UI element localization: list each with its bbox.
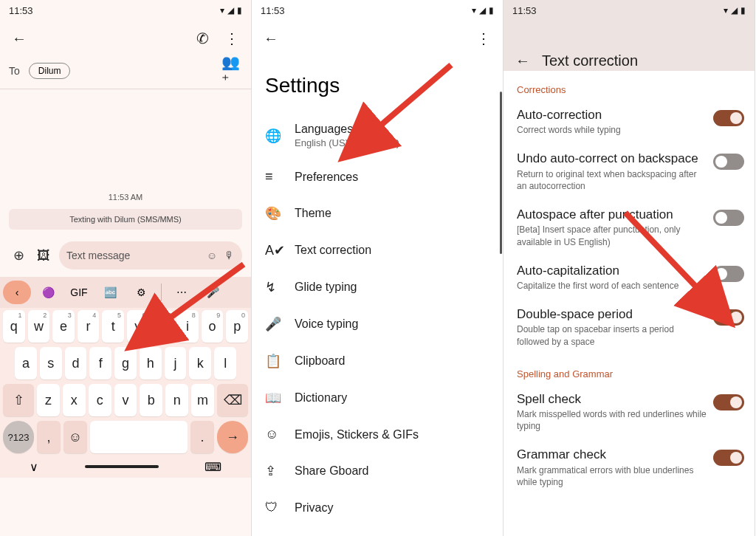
key-e[interactable]: e3: [52, 310, 75, 343]
tc-item-autospace-after-punctuation[interactable]: Autospace after punctuation [Beta] Inser…: [504, 199, 755, 255]
emoji-icon[interactable]: ☺: [207, 250, 217, 261]
key-x[interactable]: x: [63, 384, 86, 416]
settings-item-theme[interactable]: 🎨 Theme: [252, 195, 503, 232]
recipient-chip[interactable]: Dilum: [29, 63, 71, 79]
key-s[interactable]: s: [40, 347, 62, 379]
key-v[interactable]: v: [114, 384, 137, 416]
key-q[interactable]: q1: [3, 310, 25, 343]
message-input[interactable]: Text message ☺ 🎙: [59, 241, 242, 269]
mic-icon[interactable]: 🎙: [224, 250, 235, 261]
settings-item-label: Share Gboard: [295, 464, 369, 478]
key-o[interactable]: o9: [202, 310, 224, 343]
tc-item-desc: Mark misspelled words with red underline…: [517, 408, 707, 432]
toggle-switch[interactable]: [713, 266, 744, 282]
kb-mic-icon[interactable]: 🎤: [199, 281, 227, 304]
settings-item-share-gboard[interactable]: ⇪ Share Gboard: [252, 453, 503, 489]
settings-item-glide-typing[interactable]: ↯ Glide typing: [252, 269, 503, 306]
nav-collapse-icon[interactable]: ∨: [30, 460, 38, 474]
add-icon[interactable]: ⊕: [9, 246, 28, 265]
panel-settings: 11:53 ▾ ◢ ▮ ← ⋮ Settings 🌐 Languages Eng…: [252, 0, 504, 536]
key-backspace[interactable]: ⌫: [217, 384, 248, 416]
page-title: Text correction: [542, 52, 638, 69]
compose-header: ← ✆ ⋮: [0, 21, 251, 56]
key-m[interactable]: m: [191, 384, 214, 416]
back-icon[interactable]: ←: [512, 50, 533, 71]
back-icon[interactable]: ←: [9, 28, 30, 49]
key-i[interactable]: i8: [176, 310, 199, 343]
key-l[interactable]: l: [214, 347, 236, 379]
more-icon[interactable]: ⋮: [473, 28, 494, 49]
toggle-switch[interactable]: [713, 450, 744, 466]
kb-settings-icon[interactable]: ⚙: [127, 281, 155, 304]
toggle-switch[interactable]: [713, 154, 744, 170]
kb-chevron-left-icon[interactable]: ‹: [3, 281, 31, 304]
settings-item-dictionary[interactable]: 📖 Dictionary: [252, 379, 503, 416]
key-shift[interactable]: ⇧: [3, 384, 34, 416]
panel-text-correction: 11:53 ▾ ◢ ▮ ← Text correction Correction…: [504, 0, 755, 536]
key-space[interactable]: [90, 421, 188, 453]
gallery-icon[interactable]: 🖼: [34, 246, 53, 265]
key-a[interactable]: a: [15, 347, 37, 379]
key-g[interactable]: g: [114, 347, 137, 379]
settings-item-text-correction[interactable]: A✔ Text correction: [252, 232, 503, 269]
key-b[interactable]: b: [140, 384, 162, 416]
call-icon[interactable]: ✆: [192, 28, 213, 49]
key-enter[interactable]: →: [217, 421, 248, 453]
key-w[interactable]: w2: [28, 310, 50, 343]
tc-item-grammar-check[interactable]: Grammar check Mark grammatical errors wi…: [504, 439, 755, 495]
tc-item-undo-auto-correct-on-backspace[interactable]: Undo auto-correct on backspace Return to…: [504, 143, 755, 199]
key-u[interactable]: u7: [152, 310, 174, 343]
kb-more-icon[interactable]: ⋯: [168, 281, 196, 304]
add-person-icon[interactable]: 👥⁺: [221, 61, 242, 81]
key-t[interactable]: t5: [102, 310, 124, 343]
key-num-mode[interactable]: ?123: [3, 421, 34, 453]
kb-gif-button[interactable]: GIF: [65, 281, 93, 304]
key-f[interactable]: f: [89, 347, 111, 379]
key-r[interactable]: r4: [78, 310, 100, 343]
nav-keyboard-icon[interactable]: ⌨: [205, 460, 221, 474]
settings-item-icon: A✔: [265, 242, 281, 258]
tc-item-desc: Double tap on spacebar inserts a period …: [517, 323, 707, 347]
settings-item-label: Preferences: [295, 171, 358, 184]
tc-item-title: Undo auto-correct on backspace: [517, 151, 707, 166]
settings-item-languages[interactable]: 🌐 Languages English (US) (QWERTY): [252, 112, 503, 159]
settings-item-privacy[interactable]: 🛡 Privacy: [252, 489, 503, 526]
settings-item-label: Dictionary: [295, 391, 347, 405]
key-n[interactable]: n: [165, 384, 188, 416]
kb-sticker-icon[interactable]: 🟣: [34, 281, 62, 304]
key-j[interactable]: j: [165, 347, 187, 379]
key-h[interactable]: h: [140, 347, 162, 379]
settings-item-preferences[interactable]: ≡ Preferences: [252, 159, 503, 195]
settings-item-voice-typing[interactable]: 🎤 Voice typing: [252, 306, 503, 343]
tc-item-spell-check[interactable]: Spell check Mark misspelled words with r…: [504, 384, 755, 440]
settings-item-icon: 🎤: [265, 316, 281, 332]
key-comma[interactable]: ,: [37, 421, 61, 453]
settings-item-label: Privacy: [295, 501, 333, 515]
settings-item-icon: 🛡: [265, 500, 281, 515]
tc-item-double-space-period[interactable]: Double-space period Double tap on spaceb…: [504, 299, 755, 355]
key-k[interactable]: k: [189, 347, 211, 379]
nav-handle[interactable]: [85, 465, 159, 468]
tc-item-auto-correction[interactable]: Auto-correction Correct words while typi…: [504, 100, 755, 143]
settings-item-clipboard[interactable]: 📋 Clipboard: [252, 343, 503, 379]
toggle-switch[interactable]: [713, 309, 744, 326]
compose-input-row: ⊕ 🖼 Text message ☺ 🎙: [0, 234, 251, 277]
key-c[interactable]: c: [89, 384, 111, 416]
key-emoji[interactable]: ☺: [63, 421, 87, 453]
toggle-switch[interactable]: [713, 110, 744, 126]
back-icon[interactable]: ←: [261, 28, 281, 49]
toggle-switch[interactable]: [713, 394, 744, 410]
kb-translate-icon[interactable]: 🔤: [96, 281, 124, 304]
key-y[interactable]: y6: [127, 310, 149, 343]
more-icon[interactable]: ⋮: [221, 28, 242, 49]
settings-header: ← ⋮: [252, 21, 503, 56]
toggle-switch[interactable]: [713, 210, 744, 226]
key-period[interactable]: .: [190, 421, 214, 453]
key-d[interactable]: d: [65, 347, 87, 379]
key-p[interactable]: p0: [226, 310, 248, 343]
settings-item-emojis-stickers-gifs[interactable]: ☺ Emojis, Stickers & GIFs: [252, 416, 503, 453]
key-z[interactable]: z: [37, 384, 60, 416]
battery-icon: ▮: [489, 5, 494, 16]
signal-icon: ◢: [479, 5, 486, 16]
tc-item-auto-capitalization[interactable]: Auto-capitalization Capitalize the first…: [504, 255, 755, 299]
